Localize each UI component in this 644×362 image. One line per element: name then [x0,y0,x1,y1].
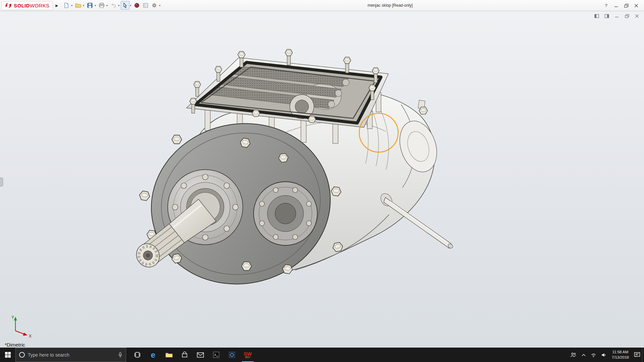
solidworks-app-button[interactable]: SW 2017 [240,348,256,362]
restore-icon [624,4,629,8]
display-pane-icon [143,3,148,8]
appearance-sphere-icon [134,3,140,8]
appearances-button[interactable] [132,1,141,10]
graphics-viewport[interactable]: Y X *Dimetric [0,11,644,348]
feature-panel-collapse-tab[interactable] [0,178,3,186]
microphone-icon[interactable] [118,352,122,358]
system-tray: 11:58 AM 7/13/2018 [569,348,644,362]
title-bar: SOLIDWORKS ▶ ▾ ▾ ▾ [0,0,644,11]
new-document-button[interactable] [62,1,71,10]
doc-close-button[interactable] [634,13,640,19]
new-document-caret[interactable]: ▾ [71,4,72,7]
help-button[interactable]: ? [601,0,611,11]
clock-date: 7/13/2018 [612,355,629,360]
save-floppy-icon [87,3,93,8]
pane-right-button[interactable] [604,13,610,19]
file-explorer-button[interactable] [161,348,177,362]
taskbar: e [0,348,644,362]
printer-icon [99,3,105,8]
pane-right-icon [604,14,609,18]
document-window-controls [594,13,640,19]
new-document-icon [64,3,69,8]
document-title: menjac sklop [Read-only] [368,3,413,8]
display-pane-button[interactable] [141,1,150,10]
taskbar-clock[interactable]: 11:58 AM 7/13/2018 [609,348,632,362]
volume-button[interactable] [599,348,609,362]
save-caret[interactable]: ▾ [95,4,96,7]
restore-button[interactable] [621,0,631,11]
window-controls: ? [601,0,641,11]
network-button[interactable] [589,348,599,362]
toolbar-flyout-arrow-icon[interactable]: ▶ [56,4,58,7]
close-button[interactable] [631,0,641,11]
clock-time: 11:58 AM [612,350,629,355]
select-tool-caret[interactable]: ▾ [130,4,131,7]
print-button[interactable] [97,1,106,10]
open-document-caret[interactable]: ▾ [83,4,84,7]
x-axis [15,331,24,334]
taskbar-apps: e [129,348,256,362]
media-app-icon [229,352,235,358]
undo-button[interactable] [109,1,118,10]
media-app-button[interactable] [224,348,240,362]
select-cursor-icon [123,3,127,8]
minimize-button[interactable] [611,0,621,11]
view-orientation-label: *Dimetric [5,342,25,348]
print-caret[interactable]: ▾ [106,4,108,7]
gear-icon [152,3,157,8]
tray-overflow-button[interactable] [579,348,589,362]
wifi-icon [591,353,596,357]
doc-close-icon [635,14,639,18]
doc-restore-icon [625,14,629,18]
edge-icon: e [151,351,155,359]
select-tool-button[interactable] [121,1,129,10]
options-caret[interactable]: ▾ [159,4,160,7]
doc-restore-button[interactable] [624,13,630,19]
doc-minimize-icon [615,14,619,18]
people-icon [570,352,577,357]
options-button[interactable] [150,1,159,10]
store-icon [181,352,188,358]
gearbox-3d-model[interactable] [0,11,644,348]
edge-button[interactable]: e [145,348,161,362]
pane-left-button[interactable] [594,13,600,19]
close-icon [634,4,638,8]
open-folder-icon [75,3,81,8]
solidworks-app-icon: SW 2017 [243,350,253,360]
windows-logo-icon [5,352,11,358]
action-center-icon [634,352,640,358]
x-axis-label: X [29,334,32,339]
file-explorer-icon [165,352,173,358]
task-view-icon [134,352,141,358]
solidworks-menu[interactable]: SOLIDWORKS [1,1,53,10]
people-button[interactable] [569,348,579,362]
task-view-button[interactable] [129,348,145,362]
save-button[interactable] [86,1,94,10]
terminal-button[interactable] [208,348,224,362]
minimize-icon [614,4,618,8]
terminal-icon [213,352,219,358]
undo-caret[interactable]: ▾ [118,4,119,7]
pane-left-icon [594,14,599,18]
open-document-button[interactable] [74,1,83,10]
side-cover[interactable] [254,182,317,245]
mail-button[interactable] [193,348,208,362]
doc-minimize-button[interactable] [614,13,620,19]
y-axis-label: Y [11,315,14,320]
show-desktop-button[interactable] [642,348,644,362]
quick-access-toolbar: ▾ ▾ ▾ ▾ ▾ [62,1,162,10]
speaker-icon [601,353,606,357]
cortana-icon [19,352,25,358]
taskbar-search[interactable] [15,348,126,362]
chevron-up-icon [581,353,586,357]
store-button[interactable] [177,348,193,362]
orientation-triad[interactable]: Y X [5,313,39,339]
mail-icon [197,352,204,358]
action-center-button[interactable] [632,348,642,362]
undo-icon [111,3,116,8]
start-button[interactable] [0,348,15,362]
solidworks-logo-text: SOLIDWORKS [14,3,50,8]
solidworks-logo-icon [5,2,12,9]
taskbar-search-input[interactable] [28,352,115,358]
